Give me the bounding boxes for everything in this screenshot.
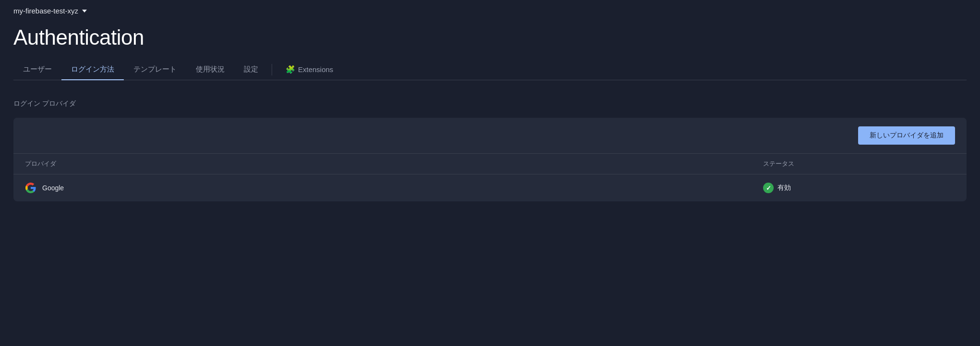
top-bar: my-firebase-test-xyz <box>0 0 980 22</box>
column-header-status: ステータス <box>763 160 955 168</box>
tab-template[interactable]: テンプレート <box>124 59 186 80</box>
table-row[interactable]: Google 有効 <box>13 174 967 201</box>
tab-extensions[interactable]: 🧩 Extensions <box>276 59 343 80</box>
status-cell: 有効 <box>763 183 955 193</box>
tab-divider <box>272 64 272 75</box>
providers-card: 新しいプロバイダを追加 プロバイダ ステータス Google 有効 <box>13 118 967 201</box>
column-header-provider: プロバイダ <box>25 160 763 168</box>
status-text: 有効 <box>777 184 791 192</box>
add-provider-button[interactable]: 新しいプロバイダを追加 <box>858 126 955 145</box>
chevron-down-icon <box>82 10 87 12</box>
card-toolbar: 新しいプロバイダを追加 <box>13 118 967 153</box>
extensions-icon: 🧩 <box>286 65 295 74</box>
section-label: ログイン プロバイダ <box>13 99 967 108</box>
tab-users[interactable]: ユーザー <box>13 59 61 80</box>
tabs-bar: ユーザー ログイン方法 テンプレート 使用状況 設定 🧩 Extensions <box>13 59 967 80</box>
status-enabled-icon <box>763 183 774 193</box>
table-header: プロバイダ ステータス <box>13 153 967 174</box>
tab-extensions-label: Extensions <box>298 65 333 74</box>
provider-name: Google <box>42 184 64 192</box>
project-selector[interactable]: my-firebase-test-xyz <box>13 7 87 15</box>
main-content: ログイン プロバイダ 新しいプロバイダを追加 プロバイダ ステータス Googl… <box>0 80 980 221</box>
google-icon <box>25 182 36 194</box>
tab-settings[interactable]: 設定 <box>234 59 268 80</box>
project-name: my-firebase-test-xyz <box>13 7 78 15</box>
page-title: Authentication <box>13 25 967 49</box>
page-header: Authentication ユーザー ログイン方法 テンプレート 使用状況 設… <box>0 22 980 80</box>
provider-cell: Google <box>25 182 763 194</box>
tab-login-method[interactable]: ログイン方法 <box>61 59 124 80</box>
tab-usage[interactable]: 使用状況 <box>186 59 234 80</box>
